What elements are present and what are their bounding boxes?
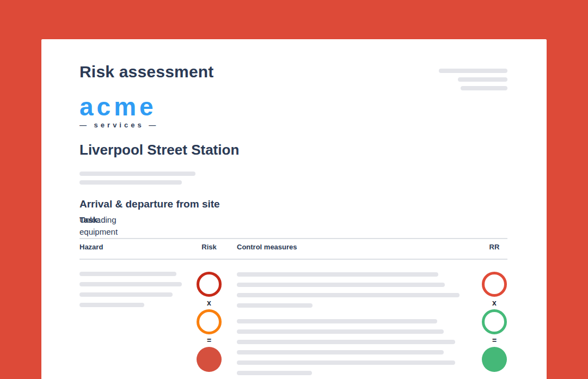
placeholder-line <box>79 292 173 297</box>
site-name: Liverpool Street Station <box>79 140 239 159</box>
rr-likelihood-circle-icon <box>482 272 507 297</box>
risk-formula-column: x = <box>197 272 222 372</box>
placeholder-line <box>458 77 507 82</box>
document-meta-placeholder <box>439 69 507 90</box>
rr-multiply-symbol: x <box>492 298 497 308</box>
risk-multiply-symbol: x <box>207 298 211 308</box>
company-logo: acme — services — <box>79 94 158 129</box>
table-header-rule <box>79 259 507 260</box>
placeholder-line <box>79 272 176 276</box>
document-card: Risk assessment acme — services — Liverp… <box>41 39 547 379</box>
risk-rating-circle-icon <box>197 347 222 372</box>
page-background: { "theme": { "background_red": "#dd4a38"… <box>0 0 588 379</box>
risk-likelihood-circle-icon <box>197 272 222 297</box>
column-header-risk: Risk <box>194 243 224 252</box>
placeholder-line <box>237 360 455 365</box>
placeholder-line <box>237 371 312 375</box>
placeholder-line <box>79 180 182 185</box>
column-header-hazard: Hazard <box>79 243 103 252</box>
section-title: Arrival & departure from site <box>79 197 220 211</box>
hazard-text-placeholder <box>79 272 182 307</box>
control-measures-placeholder-group-1 <box>237 272 460 308</box>
placeholder-line <box>439 69 507 73</box>
control-measures-column <box>237 272 460 375</box>
rr-rating-circle-icon <box>482 347 507 372</box>
placeholder-line <box>237 293 460 297</box>
placeholder-line <box>237 272 438 277</box>
placeholder-line <box>237 283 445 287</box>
placeholder-line <box>79 172 195 176</box>
residual-risk-formula-column: x = <box>482 272 507 372</box>
rr-equals-symbol: = <box>492 336 497 345</box>
placeholder-line <box>237 340 455 344</box>
placeholder-line <box>79 303 144 307</box>
risk-equals-symbol: = <box>207 336 211 345</box>
company-logo-tagline: — services — <box>79 121 158 129</box>
column-header-residual-risk: RR <box>480 243 509 252</box>
rr-severity-circle-icon <box>482 309 507 334</box>
company-logo-text: acme <box>79 94 158 120</box>
placeholder-line <box>237 303 313 308</box>
table-top-rule <box>79 238 507 239</box>
page-title: Risk assessment <box>79 62 214 82</box>
risk-severity-circle-icon <box>197 309 222 334</box>
column-header-control-measures: Control measures <box>237 243 297 252</box>
placeholder-line <box>237 350 444 354</box>
placeholder-line <box>237 329 444 334</box>
task-value: Unloading equipment <box>79 214 118 238</box>
site-subtitle-placeholder <box>79 172 195 185</box>
placeholder-line <box>237 319 437 323</box>
placeholder-line <box>79 282 182 286</box>
placeholder-line <box>461 86 507 90</box>
control-measures-placeholder-group-2 <box>237 319 460 375</box>
